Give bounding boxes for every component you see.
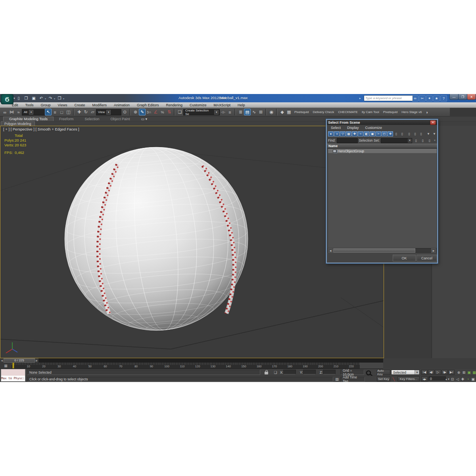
select-by-name-icon[interactable] [52, 109, 58, 115]
window-crossing-icon[interactable] [65, 109, 72, 115]
open-file-icon[interactable] [23, 95, 29, 101]
spinner-snap-icon[interactable] [166, 109, 173, 115]
named-selection-sets-icon[interactable] [177, 109, 183, 115]
render-teapot-icon[interactable] [424, 109, 430, 115]
maximize-viewport-icon[interactable]: ▣ [470, 376, 476, 382]
current-frame-marker[interactable] [12, 363, 14, 369]
save-file-icon[interactable] [31, 95, 37, 101]
time-tag-icon[interactable] [334, 376, 340, 382]
go-to-start-icon[interactable]: I◀ [421, 370, 428, 375]
percent-snap-icon[interactable] [159, 109, 166, 115]
display-containers-icon[interactable] [382, 131, 387, 136]
selection-set-dropdown[interactable]: ▼ [381, 138, 412, 143]
field-of-view-icon[interactable]: ◁ [455, 376, 460, 382]
select-and-manipulate-icon[interactable] [132, 109, 139, 115]
display-materials-icon[interactable] [388, 131, 393, 136]
subscription-icon[interactable] [419, 95, 426, 102]
pan-hand-icon[interactable]: ✚ [460, 376, 465, 382]
infocenter-arrow-icon[interactable]: ▸ [359, 97, 361, 100]
schematic-view-icon[interactable] [257, 109, 264, 115]
key-filters-button[interactable]: Key Filters... [397, 376, 420, 382]
rectangular-selection-region-icon[interactable] [58, 109, 65, 115]
name-column-header[interactable]: Name [327, 144, 437, 148]
menu-tools[interactable]: Tools [25, 103, 34, 107]
plugin-button-pixelsquid[interactable]: Pixelsquid [294, 110, 309, 114]
set-key-button[interactable]: Set Key [377, 376, 390, 382]
subtab-polygon-modeling[interactable]: Polygon Modeling [1, 121, 35, 126]
redo-dropdown-arrow[interactable]: ▾ [54, 97, 55, 100]
ribbon-options-icon[interactable]: ▭ ▾ [135, 117, 153, 121]
3dsmax-logo-button[interactable]: Ϭ [1, 94, 13, 104]
menu-group[interactable]: Group [41, 103, 51, 107]
previous-frame-icon[interactable]: ◀ [0, 358, 4, 363]
menu-modifiers[interactable]: Modifiers [92, 103, 107, 107]
create-selection-set-icon[interactable] [413, 138, 419, 143]
menu-graph-editors[interactable]: Graph Editors [137, 103, 159, 107]
select-and-link-icon[interactable] [2, 109, 8, 115]
z-coordinate-field[interactable] [323, 370, 336, 374]
menu-views[interactable]: Views [58, 103, 67, 107]
dialog-menu-customize[interactable]: Customize [365, 126, 382, 130]
display-cameras-icon[interactable] [346, 131, 351, 136]
zoom-icon[interactable]: ⊕ [456, 370, 461, 375]
favorites-icon[interactable] [433, 95, 440, 102]
display-bones-icon[interactable] [376, 131, 381, 136]
add-to-set-icon[interactable] [420, 138, 426, 143]
display-lights-icon[interactable] [340, 131, 345, 136]
track-bar[interactable]: ▦ 10203040506070809010011012013014015016… [0, 363, 383, 369]
ribbon-tab-selection[interactable]: Selection [79, 117, 105, 121]
list-item-selected[interactable]: HeroObjectGroup [328, 149, 437, 153]
orbit-icon[interactable]: ◔ [465, 376, 470, 382]
macro-recorder-pane[interactable] [1, 369, 25, 376]
display-shapes-icon[interactable] [334, 131, 340, 136]
display-frozen-icon[interactable] [399, 131, 405, 136]
scene-explorer-icon[interactable] [244, 109, 251, 115]
ribbon-tab-object-paint[interactable]: Object Paint [105, 117, 135, 121]
undo-icon[interactable] [38, 95, 44, 101]
undo-dropdown-arrow[interactable]: ▾ [45, 97, 46, 100]
search-icon[interactable] [412, 95, 418, 102]
x-coordinate-field[interactable] [283, 370, 296, 374]
display-spacewarps-icon[interactable] [358, 131, 363, 136]
dialog-menu-display[interactable]: Display [347, 126, 359, 130]
cancel-button[interactable]: Cancel [416, 255, 437, 261]
help-icon[interactable] [440, 95, 447, 102]
plugin-button-delivery-check[interactable]: Delivery Check [313, 110, 334, 114]
selected-dropdown[interactable]: Selected▼ [391, 370, 420, 375]
display-xrefs-icon[interactable] [370, 131, 375, 136]
collapse-all-icon[interactable] [418, 131, 424, 136]
timeline-ruler[interactable]: 1020304050607080901001101201301401501601… [12, 363, 360, 369]
add-time-tag[interactable]: Add Time Tag [340, 377, 365, 382]
reference-coordinate-dropdown[interactable]: View▼ [96, 109, 121, 115]
select-and-rotate-icon[interactable] [83, 109, 89, 115]
y-coordinate-field[interactable] [303, 370, 316, 374]
more-options-arrow-icon[interactable]: ▼ [434, 139, 436, 142]
layer-manager-icon[interactable] [237, 109, 244, 115]
scrollbar-thumb[interactable] [333, 248, 415, 253]
dropdown-arrow-icon[interactable]: ▼ [29, 110, 33, 115]
mirror-icon[interactable] [220, 109, 226, 115]
plugin-button-hero-stage[interactable]: Hero Stage v6 [401, 110, 422, 114]
align-icon[interactable] [226, 109, 233, 115]
dialog-title-bar[interactable]: Select From Scene ✕ [327, 120, 437, 125]
display-helpers-icon[interactable] [352, 131, 357, 136]
maxscript-mini-listener[interactable]: Max to Physc: [1, 369, 25, 382]
expand-all-icon[interactable] [413, 131, 418, 136]
scroll-left-icon[interactable]: ◀ [328, 248, 333, 253]
dropdown-arrow-icon[interactable]: ▼ [408, 138, 412, 143]
pan-zoom-icon[interactable]: ⊡ [450, 376, 455, 382]
infocenter-search-input[interactable]: Type a keyword or phrase [364, 95, 413, 101]
subtract-from-set-icon[interactable] [427, 138, 432, 143]
menu-animation[interactable]: Animation [114, 103, 130, 107]
menu-create[interactable]: Create [74, 103, 85, 107]
go-to-end-icon[interactable]: ▶I [448, 370, 455, 375]
display-geometry-icon[interactable] [328, 131, 334, 136]
use-pivot-center-icon[interactable] [121, 109, 128, 115]
baseball-model[interactable] [57, 140, 256, 338]
snap-toggle-3d-icon[interactable]: 3∩ [146, 109, 152, 115]
named-selection-dropdown[interactable]: Create Selection Se▼ [183, 109, 220, 115]
render-setup-icon[interactable] [279, 109, 286, 115]
previous-frame-icon[interactable]: ◀I [428, 370, 434, 375]
ribbon-tab-graphite[interactable]: Graphite Modeling Tools [3, 117, 54, 121]
key-mode-icon[interactable]: ◀▶ [421, 376, 428, 382]
